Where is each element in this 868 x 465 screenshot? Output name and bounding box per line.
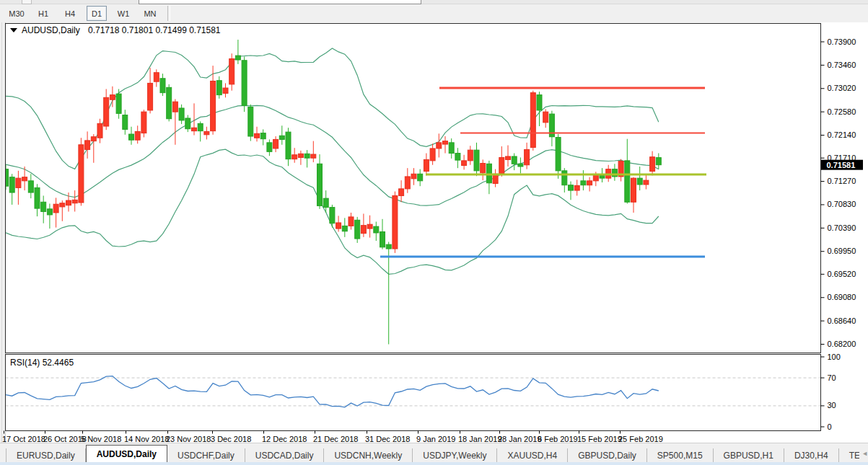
candle-bullish <box>631 178 636 202</box>
timeframe-button-mn[interactable]: MN <box>140 6 160 21</box>
symbol-tab-xauusd[interactable]: XAUUSD,H4 <box>497 448 568 463</box>
chart-title-symbol: AUDUSD,Daily <box>22 25 80 35</box>
candle-bullish <box>650 157 655 172</box>
symbol-tab-usdcnh[interactable]: USDCNH,Weekly <box>324 448 413 463</box>
candle-bullish <box>229 59 234 84</box>
date-axis-label: 14 Nov 2018 <box>124 435 169 443</box>
candle-bullish <box>574 185 579 190</box>
symbol-tab-dj30[interactable]: DJ30,H4 <box>784 448 839 463</box>
candle-bearish <box>279 136 284 139</box>
rsi-indicator-label: RSI(14) 52.4465 <box>10 358 74 368</box>
symbol-tab-tech100[interactable]: TECH100,H <box>839 448 859 463</box>
candle-bearish <box>167 87 172 118</box>
candle-bearish <box>637 178 642 185</box>
candle-bullish <box>399 189 404 196</box>
candle-bearish <box>380 231 385 247</box>
candle-bearish <box>160 79 165 93</box>
candle-bullish <box>292 155 297 159</box>
timeframe-button-w1[interactable]: W1 <box>113 6 133 21</box>
date-axis-label: 12 Dec 2018 <box>262 435 307 443</box>
main-chart-panel[interactable] <box>6 24 821 353</box>
candle-bullish <box>104 97 109 126</box>
candle-bearish <box>179 108 184 120</box>
price-axis-label: 0.69080 <box>828 293 856 301</box>
candle-bullish <box>336 223 341 229</box>
price-axis-label: 0.72140 <box>828 130 856 139</box>
candle-bearish <box>342 226 347 231</box>
candle-bearish <box>216 81 222 95</box>
candle-bearish <box>581 181 586 185</box>
date-axis-label: 18 Jan 2019 <box>458 435 502 443</box>
timeframe-toolbar: M30H1H4D1W1MN <box>0 4 868 23</box>
timeframe-button-d1[interactable]: D1 <box>87 6 107 21</box>
candle-bearish <box>116 94 121 113</box>
candle-bullish <box>298 154 303 157</box>
symbol-tab-usdchf[interactable]: USDCHF,Daily <box>167 448 245 463</box>
candle-bearish <box>569 185 574 190</box>
price-axis-label: 0.69520 <box>828 270 856 278</box>
price-axis-label: 0.70390 <box>828 223 856 232</box>
symbol-tab-bar: EURUSD,DailyAUDUSD,DailyUSDCHF,DailyUSDC… <box>0 443 868 463</box>
symbol-tab-usdjpy[interactable]: USDJPY,Weekly <box>413 448 497 463</box>
price-axis-label: 0.73020 <box>828 84 856 92</box>
price-axis-label: 0.71270 <box>828 177 856 185</box>
candle-bearish <box>386 244 391 249</box>
timeframe-button-h1[interactable]: H1 <box>33 6 53 21</box>
candle-bearish <box>28 181 33 192</box>
current-price-tag: 0.71581 <box>821 160 863 170</box>
candle-bullish <box>204 131 209 134</box>
tab-scroll-left-icon[interactable]: ◄ <box>859 448 868 459</box>
rsi-axis-label: 30 <box>828 401 836 409</box>
candle-bullish <box>66 200 71 205</box>
candle-bearish <box>656 158 661 165</box>
candle-bearish <box>267 143 272 152</box>
symbol-tab-eurusd[interactable]: EURUSD,Daily <box>6 448 86 463</box>
candle-bullish <box>587 181 592 185</box>
symbol-tab-gbpusd[interactable]: GBPUSD,H1 <box>714 448 784 463</box>
candle-bullish <box>593 175 598 181</box>
candle-bullish <box>22 177 27 181</box>
rsi-panel[interactable] <box>6 355 821 431</box>
candle-bullish <box>53 204 58 213</box>
current-price-tag-text: 0.71581 <box>827 161 856 169</box>
candle-bullish <box>60 203 65 207</box>
date-axis-label: 9 Jan 2019 <box>416 435 455 443</box>
candle-bearish <box>304 154 310 158</box>
toolbar-separator <box>167 6 170 21</box>
candle-bullish <box>192 128 197 130</box>
symbol-tab-usdcad[interactable]: USDCAD,Daily <box>245 448 325 463</box>
candle-bearish <box>35 187 40 208</box>
candle-bearish <box>455 154 460 161</box>
symbol-tab-gbpusd[interactable]: GBPUSD,Daily <box>568 448 647 463</box>
date-axis-label: 28 Jan 2019 <box>498 435 542 443</box>
candle-bullish <box>154 73 159 82</box>
chart-window[interactable]: 0.739000.734600.730200.725800.721400.717… <box>0 22 868 443</box>
candle-bearish <box>556 137 561 170</box>
candle-bearish <box>185 118 190 129</box>
candle-bearish <box>518 164 523 167</box>
chart-canvas[interactable]: 0.739000.734600.730200.725800.721400.717… <box>0 22 868 443</box>
timeframe-button-m30[interactable]: M30 <box>6 6 27 21</box>
date-axis-label: 31 Dec 2018 <box>365 435 410 443</box>
candle-bullish <box>311 154 316 158</box>
candle-bullish <box>530 93 535 148</box>
symbol-tab-sp500[interactable]: SP500,M15 <box>647 448 714 463</box>
candle-bullish <box>255 133 260 138</box>
candle-bearish <box>355 220 360 239</box>
candle-bearish <box>449 143 454 154</box>
window-bottom-edge <box>0 462 868 465</box>
candle-bearish <box>260 133 266 139</box>
candle-bearish <box>242 61 247 106</box>
candle-bullish <box>499 157 504 173</box>
rsi-axis-label: 70 <box>828 373 836 382</box>
candle-bullish <box>405 177 410 189</box>
candle-bullish <box>411 174 416 179</box>
candle-bullish <box>424 159 429 171</box>
symbol-tab-audusd[interactable]: AUDUSD,Daily <box>86 445 167 463</box>
candle-bullish <box>172 102 177 112</box>
candle-bearish <box>537 95 542 110</box>
price-axis-label: 0.68200 <box>828 340 856 348</box>
timeframe-button-h4[interactable]: H4 <box>60 6 80 21</box>
candle-bullish <box>393 195 398 249</box>
candle-bullish <box>506 156 511 159</box>
